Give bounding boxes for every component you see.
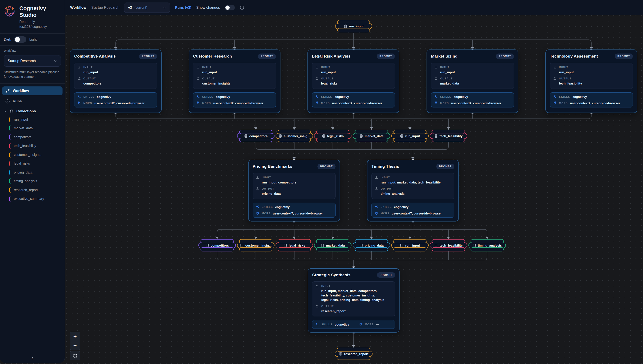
prompt-node-customer-research[interactable]: Customer Research PROMPT INPUT run_input (189, 50, 281, 113)
skills-label: SKILLS (321, 95, 332, 98)
data-node-label: market_data (365, 134, 383, 138)
data-node-run_input-5[interactable]: run_input (391, 130, 429, 142)
read-only-badge: Read-only (19, 20, 61, 24)
data-node-competitors-1[interactable]: competitors (237, 130, 275, 142)
prompt-node-competitive-analysis[interactable]: Competitive Analysis PROMPT INPUT run_in… (70, 50, 162, 113)
data-node-label: run_input (349, 24, 364, 28)
info-icon[interactable] (240, 5, 244, 10)
mcps-value: user-context7, cursor-ide-browser (392, 212, 442, 215)
collection-competitors[interactable]: competitors (0, 133, 65, 142)
data-node-research_report-15[interactable]: research_report (335, 348, 372, 360)
collection-color-icon (9, 161, 11, 166)
output-value: competitors (83, 81, 154, 86)
theme-toggle[interactable] (14, 36, 26, 43)
skills-value: cognetivy (572, 95, 587, 98)
data-node-label: research_report (344, 352, 368, 356)
prompt-node-pricing-benchmarks[interactable]: Pricing Benchmarks PROMPT INPUT run_inpu… (248, 160, 340, 222)
show-changes-toggle[interactable] (225, 5, 235, 10)
collection-pricing_data[interactable]: pricing_data (0, 168, 65, 177)
database-icon (434, 134, 438, 138)
output-icon (375, 187, 378, 190)
sidebar-item-label: Workflow (13, 89, 29, 93)
prompt-node-market-sizing[interactable]: Market Sizing PROMPT INPUT run_input (426, 50, 518, 113)
data-node-label: pricing_data (365, 244, 384, 247)
data-node-tech_feasibility-13[interactable]: tech_feasibility (430, 239, 467, 252)
database-icon (322, 134, 326, 138)
database-icon (400, 134, 403, 138)
output-icon (256, 187, 259, 190)
input-label: INPUT (559, 66, 568, 69)
input-label: INPUT (262, 176, 271, 179)
output-icon (315, 304, 319, 308)
runs-link[interactable]: Runs (v3) (175, 6, 191, 10)
data-node-run_input-0[interactable]: run_input (335, 20, 372, 32)
data-node-label: timing_analysis (478, 244, 502, 247)
data-node-pricing_data-11[interactable]: pricing_data (353, 239, 390, 252)
collection-customer_insights[interactable]: customer_insights (0, 150, 65, 159)
collection-name: pricing_data (14, 170, 32, 174)
skills-box: SKILLS cognetivy MCPS — (312, 320, 395, 329)
prompt-node-title: Timing Thesis (371, 164, 399, 169)
prompt-badge: PROMPT (377, 54, 395, 59)
collections-header[interactable]: Collections (0, 106, 65, 115)
collection-market_data[interactable]: market_data (0, 124, 65, 133)
mcps-label: MCPS (559, 102, 568, 105)
mcps-label: MCPS (262, 212, 271, 215)
data-node-tech_feasibility-6[interactable]: tech_feasibility (430, 130, 467, 142)
input-value: run_input (440, 70, 511, 74)
collection-timing_analysis[interactable]: timing_analysis (0, 177, 65, 186)
collection-research_report[interactable]: research_report (0, 186, 65, 194)
database-icon (339, 352, 342, 356)
sidebar-item-runs[interactable]: Runs (2, 97, 63, 106)
input-icon (553, 66, 557, 69)
output-label: OUTPUT (83, 77, 96, 80)
collection-run_input[interactable]: run_input (0, 115, 65, 124)
mcps-value: user-context7, cursor-ide-browser (332, 102, 382, 105)
data-node-legal_risks-9[interactable]: legal_risks (276, 239, 313, 252)
database-icon (434, 244, 438, 247)
data-node-customer_insig-8[interactable]: customer_insig... (237, 239, 275, 252)
workflow-icon (5, 89, 10, 93)
version-select[interactable]: v3 (current) (124, 2, 170, 13)
topbar-page-label: Workflow (70, 6, 86, 10)
prompt-node-technology-assessment[interactable]: Technology Assessment PROMPT INPUT run_i… (545, 50, 637, 113)
io-box: INPUT run_input, market_data, tech_feasi… (371, 173, 454, 199)
input-icon (375, 176, 378, 179)
data-node-market_data-10[interactable]: market_data (314, 239, 351, 252)
chevron-down-icon (4, 110, 7, 113)
collection-color-icon (9, 187, 11, 193)
cognetivy-logo-icon (4, 5, 16, 18)
prompt-node-timing-thesis[interactable]: Timing Thesis PROMPT INPUT run_input, ma… (367, 160, 459, 222)
workflow-select[interactable]: Startup Research (4, 55, 61, 67)
mcps-value: user-context7, cursor-ide-browser (451, 102, 501, 105)
sidebar-item-workflow[interactable]: Workflow (2, 86, 63, 95)
collection-legal_risks[interactable]: legal_risks (0, 159, 65, 168)
zoom-in-button[interactable]: + (70, 332, 80, 341)
collection-color-icon (9, 178, 11, 184)
zoom-out-button[interactable]: − (70, 341, 80, 350)
sparkles-icon (315, 95, 319, 98)
io-box: INPUT run_input OUTPUT tech_feasibility (550, 63, 633, 89)
sidebar-collapse-button[interactable]: ‹ (0, 353, 65, 363)
fit-view-button[interactable] (70, 351, 80, 360)
sidebar-nav: Workflow Runs (0, 84, 65, 106)
data-node-timing_analysis-14[interactable]: timing_analysis (469, 239, 506, 252)
collection-executive_summary[interactable]: executive_summary (0, 194, 65, 204)
prompt-node-strategic-synthesis[interactable]: Strategic Synthesis PROMPT INPUT run_inp… (308, 268, 399, 332)
input-icon (256, 176, 259, 179)
prompt-node-legal-risk-analysis[interactable]: Legal Risk Analysis PROMPT INPUT run_inp… (307, 50, 399, 113)
skills-label: SKILLS (321, 323, 332, 326)
prompt-badge: PROMPT (258, 54, 276, 59)
data-node-competitors-7[interactable]: competitors (198, 239, 236, 252)
mcps-value: user-context7, cursor-ide-browser (570, 102, 620, 105)
prompt-node-title: Pricing Benchmarks (253, 164, 292, 169)
data-node-market_data-4[interactable]: market_data (353, 130, 390, 142)
plug-icon (375, 212, 378, 215)
data-node-legal_risks-3[interactable]: legal_risks (314, 130, 351, 142)
collection-tech_feasibility[interactable]: tech_feasibility (0, 142, 65, 150)
prompt-node-title: Customer Research (193, 54, 232, 58)
data-node-run_input-12[interactable]: run_input (391, 239, 429, 252)
workflow-canvas[interactable]: Competitive Analysis PROMPT INPUT run_in… (0, 0, 643, 364)
input-value: run_input, market_data, competitors, tec… (321, 288, 392, 302)
data-node-customer_insig-2[interactable]: customer_insig... (276, 130, 313, 142)
